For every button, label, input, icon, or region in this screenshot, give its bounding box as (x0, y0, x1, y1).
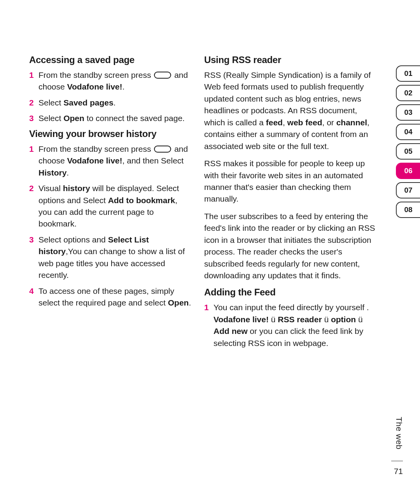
section-rule (391, 461, 403, 461)
softkey-icon (154, 146, 171, 153)
list-item: 1 You can input the feed directly by you… (204, 302, 375, 349)
heading-accessing-saved-page: Accessing a saved page (29, 54, 192, 65)
list-item: 3 Select Open to connect the saved page. (29, 112, 192, 124)
list-item: 4 To access one of these pages, simply s… (29, 285, 192, 309)
section-label: The web (394, 417, 404, 450)
chapter-tab-07[interactable]: 07 (396, 182, 420, 198)
paragraph: RSS (Really Simple Syndication) is a fam… (204, 69, 375, 152)
chapter-tab-01[interactable]: 01 (396, 65, 420, 82)
list-item: 3 Select options and Select List history… (29, 234, 192, 281)
step-number: 3 (29, 234, 35, 281)
paragraph: The user subscribes to a feed by enterin… (204, 211, 375, 282)
list-accessing: 1 From the standby screen press and choo… (29, 69, 192, 125)
heading-adding-feed: Adding the Feed (204, 287, 375, 298)
page-number: 71 (394, 467, 403, 476)
list-item: 1 From the standby screen press and choo… (29, 143, 192, 179)
chapter-tab-06[interactable]: 06 (396, 163, 420, 179)
list-item: 2 Select Saved pages. (29, 97, 192, 109)
step-number: 2 (29, 183, 35, 230)
step-number: 3 (29, 112, 35, 124)
step-text: You can input the feed directly by yours… (214, 302, 375, 349)
chapter-tab-04[interactable]: 04 (396, 124, 420, 140)
chapter-tab-05[interactable]: 05 (396, 143, 420, 160)
step-number: 2 (29, 97, 35, 109)
step-text: From the standby screen press and choose… (38, 143, 192, 179)
chapter-tabs: 0102030405060708 (396, 65, 420, 218)
softkey-icon (154, 72, 171, 79)
right-column: Using RSS reader RSS (Really Simple Synd… (204, 54, 375, 353)
chapter-tab-03[interactable]: 03 (396, 104, 420, 121)
step-text: Select Open to connect the saved page. (38, 112, 192, 124)
list-item: 1 From the standby screen press and choo… (29, 69, 192, 93)
chapter-tab-08[interactable]: 08 (396, 202, 420, 218)
step-text: Select Saved pages. (38, 97, 192, 109)
heading-browser-history: Viewing your browser history (29, 128, 192, 139)
step-number: 1 (29, 69, 35, 93)
paragraph: RSS makes it possible for people to keep… (204, 158, 375, 205)
step-number: 1 (204, 302, 210, 349)
step-number: 1 (29, 143, 35, 179)
left-column: Accessing a saved page 1 From the standb… (29, 54, 192, 353)
heading-rss-reader: Using RSS reader (204, 54, 375, 65)
list-adding-feed: 1 You can input the feed directly by you… (204, 302, 375, 349)
chapter-tab-02[interactable]: 02 (396, 85, 420, 101)
step-text: To access one of these pages, simply sel… (38, 285, 192, 309)
step-text: Select options and Select List history,Y… (38, 234, 192, 281)
step-text: From the standby screen press and choose… (38, 69, 192, 93)
list-item: 2 Visual history will be displayed. Sele… (29, 183, 192, 230)
step-text: Visual history will be displayed. Select… (38, 183, 192, 230)
step-number: 4 (29, 285, 35, 309)
list-history: 1 From the standby screen press and choo… (29, 143, 192, 309)
